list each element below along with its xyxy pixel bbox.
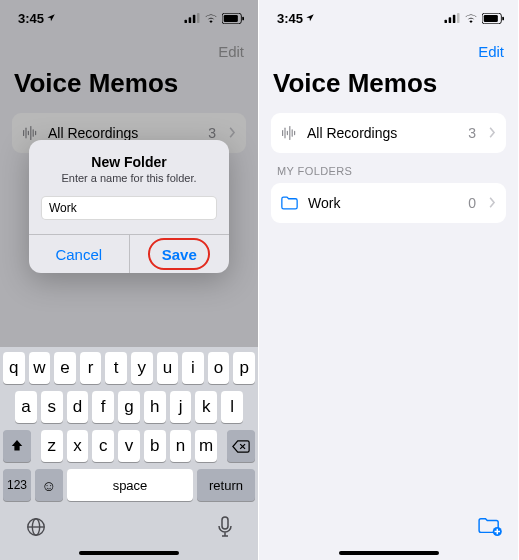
svg-rect-16 [222, 517, 228, 529]
battery-icon [222, 13, 244, 24]
new-folder-dialog: New Folder Enter a name for this folder.… [29, 140, 229, 273]
home-indicator[interactable] [79, 551, 179, 555]
svg-rect-5 [224, 14, 238, 21]
svg-rect-0 [185, 20, 188, 23]
key-y[interactable]: y [131, 352, 153, 384]
key-u[interactable]: u [157, 352, 179, 384]
key-a[interactable]: a [15, 391, 37, 423]
space-key[interactable]: space [67, 469, 193, 501]
my-folders-header: MY FOLDERS [271, 153, 506, 183]
emoji-key[interactable]: ☺ [35, 469, 63, 501]
globe-icon[interactable] [25, 516, 47, 543]
status-bar: 3:45 [259, 0, 518, 36]
svg-rect-18 [449, 17, 452, 23]
battery-icon [482, 13, 504, 24]
status-time: 3:45 [277, 11, 303, 26]
shift-key[interactable] [3, 430, 31, 462]
status-bar: 3:45 [0, 0, 258, 36]
key-i[interactable]: i [182, 352, 204, 384]
key-m[interactable]: m [195, 430, 217, 462]
key-h[interactable]: h [144, 391, 166, 423]
chevron-right-icon [229, 125, 236, 141]
key-v[interactable]: v [118, 430, 140, 462]
key-n[interactable]: n [170, 430, 192, 462]
key-p[interactable]: p [233, 352, 255, 384]
location-icon [46, 13, 56, 23]
svg-rect-2 [193, 15, 196, 23]
nav-bar: Edit [0, 36, 258, 66]
page-title: Voice Memos [0, 66, 258, 113]
all-recordings-row[interactable]: All Recordings 3 [271, 113, 506, 153]
dialog-title: New Folder [29, 140, 229, 172]
dictation-icon[interactable] [217, 516, 233, 543]
svg-rect-23 [502, 16, 504, 20]
backspace-key[interactable] [227, 430, 255, 462]
key-f[interactable]: f [92, 391, 114, 423]
key-o[interactable]: o [208, 352, 230, 384]
row-label: Work [308, 195, 458, 211]
key-z[interactable]: z [41, 430, 63, 462]
edit-button[interactable]: Edit [478, 43, 504, 60]
screen-folder-created: 3:45 Edit Voice Memos All Recordings 3 M… [259, 0, 518, 560]
folder-row-work[interactable]: Work 0 [271, 183, 506, 223]
key-l[interactable]: l [221, 391, 243, 423]
numbers-key[interactable]: 123 [3, 469, 31, 501]
row-label: All Recordings [307, 125, 458, 141]
save-button-label: Save [162, 246, 197, 263]
svg-rect-17 [445, 20, 448, 23]
key-t[interactable]: t [105, 352, 127, 384]
cancel-button[interactable]: Cancel [29, 235, 129, 273]
return-key[interactable]: return [197, 469, 255, 501]
key-g[interactable]: g [118, 391, 140, 423]
location-icon [305, 13, 315, 23]
save-button[interactable]: Save [129, 235, 230, 273]
svg-rect-22 [484, 14, 498, 21]
row-count: 3 [208, 125, 216, 141]
chevron-right-icon [489, 125, 496, 141]
row-count: 3 [468, 125, 476, 141]
new-folder-button[interactable] [478, 522, 502, 539]
key-r[interactable]: r [80, 352, 102, 384]
folder-icon [281, 196, 298, 210]
nav-bar: Edit [259, 36, 518, 66]
key-k[interactable]: k [195, 391, 217, 423]
row-label: All Recordings [48, 125, 198, 141]
wifi-icon [464, 13, 478, 23]
folder-name-input[interactable] [41, 196, 217, 220]
waveform-icon [281, 126, 297, 140]
dialog-subtitle: Enter a name for this folder. [29, 172, 229, 196]
signal-icon [184, 13, 200, 23]
svg-rect-19 [453, 15, 456, 23]
key-q[interactable]: q [3, 352, 25, 384]
home-indicator[interactable] [339, 551, 439, 555]
screen-new-folder-dialog: 3:45 Edit Voice Memos All Recordings 3 N… [0, 0, 259, 560]
signal-icon [444, 13, 460, 23]
svg-rect-20 [457, 13, 460, 23]
key-w[interactable]: w [29, 352, 51, 384]
svg-rect-1 [189, 17, 192, 23]
key-b[interactable]: b [144, 430, 166, 462]
bottom-toolbar [478, 516, 502, 540]
wifi-icon [204, 13, 218, 23]
chevron-right-icon [489, 195, 496, 211]
ios-keyboard: qwertyuiop asdfghjkl zxcvbnm 123 ☺ space… [0, 347, 258, 560]
key-s[interactable]: s [41, 391, 63, 423]
key-d[interactable]: d [67, 391, 89, 423]
status-time: 3:45 [18, 11, 44, 26]
key-c[interactable]: c [92, 430, 114, 462]
key-e[interactable]: e [54, 352, 76, 384]
page-title: Voice Memos [259, 66, 518, 113]
edit-button[interactable]: Edit [218, 43, 244, 60]
svg-rect-3 [197, 13, 200, 23]
key-j[interactable]: j [170, 391, 192, 423]
key-x[interactable]: x [67, 430, 89, 462]
svg-rect-6 [242, 16, 244, 20]
waveform-icon [22, 126, 38, 140]
row-count: 0 [468, 195, 476, 211]
